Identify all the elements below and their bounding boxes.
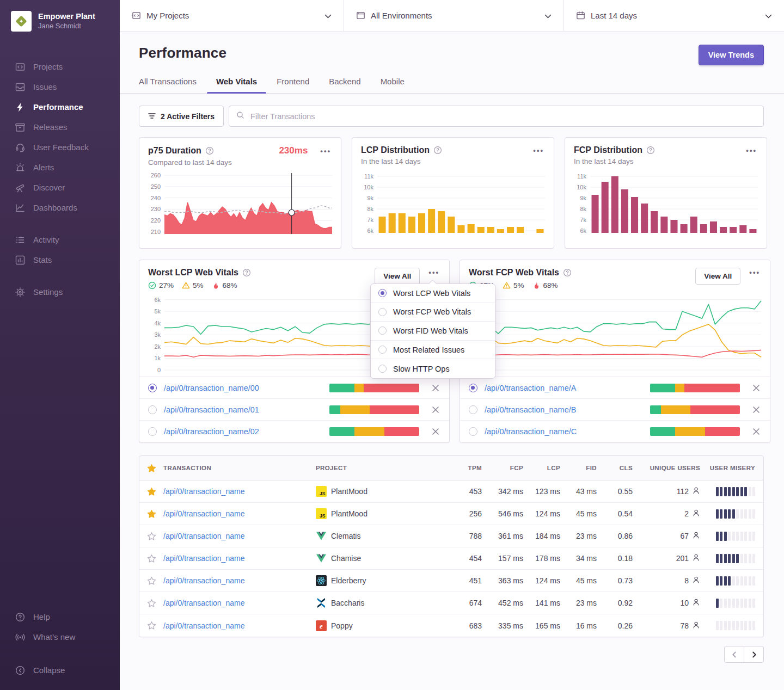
help-icon[interactable] [646, 146, 655, 155]
radio-button[interactable] [469, 384, 477, 392]
p75-card-title: p75 Duration [148, 146, 201, 156]
sidebar-item-dashboards[interactable]: Dashboards [0, 198, 120, 218]
calendar-icon [576, 11, 585, 20]
view-all-button[interactable]: View All [695, 268, 740, 285]
transaction-link[interactable]: /api/0/transaction_name [163, 621, 316, 630]
close-icon[interactable] [431, 383, 440, 393]
context-menu-button[interactable]: ••• [427, 268, 440, 277]
help-icon[interactable] [205, 146, 214, 155]
menu-item-worst-fid[interactable]: Worst FID Web Vitals [371, 322, 495, 341]
previous-page-button[interactable] [724, 646, 744, 663]
next-page-button[interactable] [744, 646, 764, 663]
col-fcp: FCP [482, 465, 523, 471]
search-box [229, 106, 764, 127]
transaction-link[interactable]: /api/0/transaction_name/02 [164, 427, 329, 436]
chevron-down-icon [765, 11, 772, 20]
radio-button[interactable] [469, 405, 477, 414]
sidebar-item-settings[interactable]: Settings [0, 282, 120, 302]
unique-users-value: 201 [633, 553, 700, 563]
transaction-link[interactable]: /api/0/transaction_name [163, 576, 316, 585]
star-toggle[interactable] [139, 509, 163, 519]
radio-button[interactable] [148, 405, 157, 414]
tab-mobile[interactable]: Mobile [381, 77, 405, 93]
help-icon[interactable] [242, 268, 251, 277]
worst-lcp-title: Worst LCP Web Vitals [148, 268, 238, 278]
vitals-distribution-bar [650, 405, 740, 414]
sidebar-item-user-feedback[interactable]: User Feedback [0, 137, 120, 157]
sidebar-collapse-button[interactable]: Collapse [0, 660, 120, 680]
lcp-value: 124 ms [523, 509, 560, 518]
radio-button[interactable] [469, 427, 477, 436]
context-menu-button[interactable]: ••• [748, 268, 761, 277]
transaction-link[interactable]: /api/0/transaction_name [163, 487, 316, 496]
close-icon[interactable] [751, 427, 761, 436]
environment-filter-dropdown[interactable]: All Environments [344, 0, 564, 31]
fid-value: 43 ms [560, 487, 597, 496]
sidebar-item-activity[interactable]: Activity [0, 230, 120, 250]
cls-value: 0.73 [597, 576, 633, 585]
context-menu-button[interactable]: ••• [319, 146, 332, 156]
sidebar-item-whats-new[interactable]: What’s new [0, 627, 120, 647]
user-misery-bar [700, 621, 763, 630]
menu-item-worst-lcp[interactable]: Worst LCP Web Vitals [371, 284, 495, 303]
tab-web-vitals[interactable]: Web Vitals [216, 77, 257, 93]
close-icon[interactable] [431, 427, 440, 436]
p75-duration-chart [164, 173, 332, 234]
tab-frontend[interactable]: Frontend [277, 77, 309, 93]
menu-item-slow-http-ops[interactable]: Slow HTTP Ops [371, 359, 495, 378]
transaction-link[interactable]: /api/0/transaction_name [163, 554, 316, 563]
lcp-value: 123 ms [523, 487, 560, 496]
transaction-link[interactable]: /api/0/transaction_name [163, 532, 316, 540]
star-toggle[interactable] [139, 487, 163, 496]
fcp-value: 157 ms [482, 554, 523, 563]
context-menu-button[interactable]: ••• [532, 146, 545, 155]
tab-all-transactions[interactable]: All Transactions [139, 77, 197, 93]
radio-button[interactable] [148, 384, 157, 392]
radio-button[interactable] [148, 427, 157, 436]
view-all-button[interactable]: View All [375, 268, 420, 285]
sidebar-item-discover[interactable]: Discover [0, 177, 120, 198]
active-filters-button[interactable]: 2 Active Filters [139, 106, 224, 127]
help-icon[interactable] [433, 146, 442, 155]
sidebar-item-stats[interactable]: Stats [0, 250, 120, 270]
transaction-link[interactable]: /api/0/transaction_name [163, 599, 316, 607]
view-trends-button[interactable]: View Trends [699, 45, 764, 65]
close-icon[interactable] [431, 405, 440, 415]
context-menu-button[interactable]: ••• [745, 146, 758, 155]
activity-icon [14, 234, 26, 245]
close-icon[interactable] [751, 405, 761, 415]
star-toggle[interactable] [139, 599, 163, 608]
transaction-link[interactable]: /api/0/transaction_name [163, 509, 316, 518]
svg-text:JS: JS [320, 513, 326, 519]
sidebar-secondary-nav: Activity Stats [0, 230, 120, 270]
tab-backend[interactable]: Backend [329, 77, 360, 93]
help-icon[interactable] [563, 268, 572, 277]
close-icon[interactable] [751, 383, 761, 393]
project-icon: e [316, 620, 327, 631]
transaction-link[interactable]: /api/0/transaction_name/00 [164, 384, 329, 392]
star-toggle[interactable] [139, 532, 163, 541]
sidebar-item-projects[interactable]: Projects [0, 57, 120, 77]
search-input[interactable] [249, 112, 756, 121]
date-range-dropdown[interactable]: Last 14 days [564, 0, 784, 31]
star-toggle[interactable] [139, 554, 163, 563]
lcp-value: 165 ms [523, 621, 560, 630]
transaction-link[interactable]: /api/0/transaction_name/C [485, 427, 650, 436]
col-unique-users: UNIQUE USERS [633, 465, 700, 471]
sidebar-item-performance[interactable]: Performance [0, 97, 120, 117]
star-toggle[interactable] [139, 576, 163, 586]
sidebar-item-alerts[interactable]: Alerts [0, 157, 120, 177]
org-switcher[interactable]: Empower Plant Jane Schmidt [0, 8, 120, 45]
menu-item-worst-fcp[interactable]: Worst FCP Web Vitals [371, 303, 495, 322]
transaction-link[interactable]: /api/0/transaction_name/01 [164, 405, 329, 414]
project-filter-dropdown[interactable]: My Projects [120, 0, 344, 31]
sidebar-item-releases[interactable]: Releases [0, 117, 120, 137]
sidebar-item-help[interactable]: Help [0, 607, 120, 627]
sidebar-item-issues[interactable]: Issues [0, 77, 120, 97]
fcp-value: 335 ms [482, 621, 523, 630]
transaction-link[interactable]: /api/0/transaction_name/B [485, 405, 650, 414]
col-user-misery: USER MISERY [700, 465, 763, 471]
menu-item-most-related-issues[interactable]: Most Related Issues [371, 341, 495, 360]
transaction-link[interactable]: /api/0/transaction_name/A [485, 384, 650, 392]
star-toggle[interactable] [139, 621, 163, 630]
